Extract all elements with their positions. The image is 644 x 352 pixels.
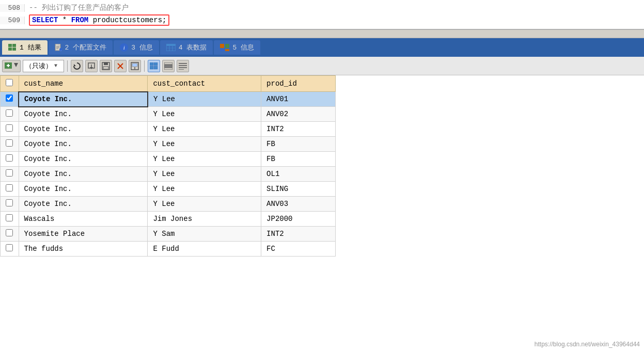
header-cust-name: cust_name: [19, 76, 148, 92]
svg-rect-1: [12, 44, 16, 47]
row-checkbox[interactable]: [6, 94, 13, 102]
select-all-checkbox[interactable]: [6, 79, 13, 86]
cell-cust_name: Yosemite Place: [19, 227, 148, 242]
table-body: Coyote Inc.Y LeeANV01Coyote Inc.Y LeeANV…: [1, 92, 336, 257]
sql-statement: SELECT * FROM productcustomers;: [29, 14, 169, 26]
tab-info1-icon: i: [120, 43, 128, 52]
svg-rect-19: [225, 49, 229, 51]
cell-cust_name: Wascals: [19, 212, 148, 227]
add-icon: [5, 62, 13, 70]
file-icon: i: [55, 44, 62, 51]
svg-rect-40: [164, 62, 172, 65]
row-view-button[interactable]: [162, 60, 175, 72]
table-row[interactable]: Coyote Inc.Y LeeANV01: [1, 92, 336, 107]
table-row[interactable]: Coyote Inc.Y LeeFB: [1, 137, 336, 152]
export-button[interactable]: [129, 60, 141, 72]
cell-cust_name: Coyote Inc.: [19, 107, 148, 122]
keyword-from: FROM: [71, 16, 89, 24]
table-row[interactable]: Coyote Inc.Y LeeFB: [1, 152, 336, 167]
row-checkbox[interactable]: [6, 109, 13, 117]
cell-cust_contact: Y Lee: [148, 107, 261, 122]
tab-results-icon: [8, 44, 17, 51]
svg-rect-38: [150, 66, 153, 69]
tab-bar: 1 结果 i 2 个配置文件: [0, 38, 644, 57]
code-line-509: 509 SELECT * FROM productcustomers;: [0, 13, 644, 27]
tab-tabledata-icon: [166, 44, 176, 51]
tab-info2-icon: [220, 44, 229, 51]
row-checkbox[interactable]: [6, 169, 13, 177]
tab-info1[interactable]: i 3 信息: [114, 40, 159, 55]
svg-rect-18: [220, 49, 224, 51]
import-button[interactable]: [85, 60, 98, 72]
table-row[interactable]: Coyote Inc.Y LeeANV02: [1, 107, 336, 122]
tab-tabledata-label: 4 表数据: [179, 43, 207, 52]
cell-cust_name: Coyote Inc.: [19, 167, 148, 182]
export-icon: [131, 62, 139, 70]
row-checkbox-cell: [1, 122, 19, 137]
row-checkbox[interactable]: [6, 199, 13, 206]
refresh-icon: [73, 62, 81, 70]
cell-cust_contact: E Fudd: [148, 242, 261, 257]
table-row[interactable]: Coyote Inc.Y LeeANV03: [1, 197, 336, 212]
save-button[interactable]: [100, 60, 112, 72]
separator-2: [144, 60, 145, 72]
sql-star: *: [62, 16, 71, 24]
cell-cust_contact: Y Lee: [148, 182, 261, 197]
row-checkbox-cell: [1, 212, 19, 227]
delete-button[interactable]: [114, 60, 127, 72]
header-cust-contact: cust_contact: [148, 76, 261, 92]
table-row[interactable]: Coyote Inc.Y LeeOL1: [1, 167, 336, 182]
grid-view-button[interactable]: [148, 60, 160, 72]
tab-tabledata[interactable]: 4 表数据: [160, 40, 213, 55]
results-table: cust_name cust_contact prod_id Coyote In…: [0, 75, 336, 257]
svg-rect-17: [225, 44, 229, 48]
cell-cust_name: Coyote Inc.: [19, 182, 148, 197]
svg-rect-37: [154, 62, 158, 66]
tab-info2[interactable]: 5 信息: [214, 40, 260, 55]
row-checkbox-cell: [1, 152, 19, 167]
row-checkbox[interactable]: [6, 244, 13, 251]
table-data-icon: [166, 44, 176, 51]
table-row[interactable]: Coyote Inc.Y LeeSLING: [1, 182, 336, 197]
row-checkbox[interactable]: [6, 154, 13, 162]
tab-profiles[interactable]: i 2 个配置文件: [49, 40, 113, 55]
table-row[interactable]: The fuddsE FuddFC: [1, 242, 336, 257]
cell-prod_id: ANV03: [261, 197, 336, 212]
cell-cust_name: The fudds: [19, 242, 148, 257]
svg-rect-0: [8, 44, 12, 47]
cell-prod_id: FB: [261, 152, 336, 167]
row-checkbox[interactable]: [6, 229, 13, 236]
cell-prod_id: INT2: [261, 122, 336, 137]
svg-rect-29: [104, 62, 108, 65]
cell-cust_name: Coyote Inc.: [19, 197, 148, 212]
cell-cust_name: Coyote Inc.: [19, 122, 148, 137]
svg-rect-41: [164, 65, 172, 67]
row-checkbox[interactable]: [6, 214, 13, 221]
table-row[interactable]: Coyote Inc.Y LeeINT2: [1, 122, 336, 137]
sql-table: productcustomers;: [93, 16, 167, 24]
tab-info1-label: 3 信息: [131, 43, 153, 52]
table-row[interactable]: WascalsJim JonesJP2000: [1, 212, 336, 227]
tab-profiles-icon: i: [55, 44, 62, 51]
add-record-button[interactable]: [2, 60, 21, 72]
sql-highlighted-box: SELECT * FROM productcustomers;: [29, 14, 169, 26]
horizontal-scrollbar[interactable]: [0, 30, 644, 38]
readonly-dropdown[interactable]: （只读） ▼: [23, 60, 64, 72]
text-view-icon: [179, 62, 187, 70]
cell-prod_id: ANV02: [261, 107, 336, 122]
code-line-508: 508 -- 列出订购了任意产品的客户: [0, 2, 644, 13]
row-checkbox[interactable]: [6, 139, 13, 147]
svg-rect-42: [164, 68, 172, 70]
refresh-button[interactable]: [71, 60, 83, 72]
cell-cust_contact: Y Lee: [148, 122, 261, 137]
svg-rect-30: [103, 67, 108, 69]
line-number-508: 508: [0, 4, 25, 12]
tab-results[interactable]: 1 结果: [2, 40, 48, 55]
info2-icon: [220, 44, 229, 51]
row-checkbox[interactable]: [6, 184, 13, 191]
cell-cust_contact: Y Lee: [148, 137, 261, 152]
table-row[interactable]: Yosemite PlaceY SamINT2: [1, 227, 336, 242]
row-checkbox[interactable]: [6, 124, 13, 132]
text-view-button[interactable]: [177, 60, 189, 72]
cell-prod_id: FC: [261, 242, 336, 257]
